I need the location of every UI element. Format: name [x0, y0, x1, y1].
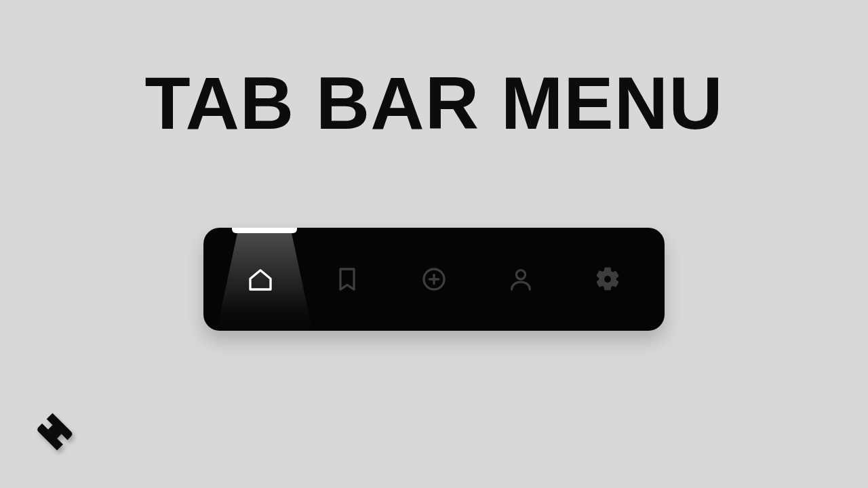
- active-tab-indicator: [232, 228, 297, 233]
- tab-add[interactable]: [391, 228, 477, 331]
- bookmark-icon: [334, 266, 361, 293]
- user-icon: [507, 266, 534, 293]
- tab-settings[interactable]: [564, 228, 651, 331]
- plus-circle-icon: [420, 266, 448, 293]
- tab-home[interactable]: [217, 228, 304, 331]
- brand-logo-icon: [30, 405, 83, 458]
- svg-point-3: [516, 270, 525, 279]
- tab-list: [203, 228, 665, 331]
- gear-icon: [594, 266, 621, 293]
- tab-bookmark[interactable]: [304, 228, 391, 331]
- page-title: TAB BAR MENU: [0, 60, 868, 146]
- tab-profile[interactable]: [477, 228, 564, 331]
- home-icon: [247, 266, 274, 293]
- tab-bar: [203, 228, 665, 331]
